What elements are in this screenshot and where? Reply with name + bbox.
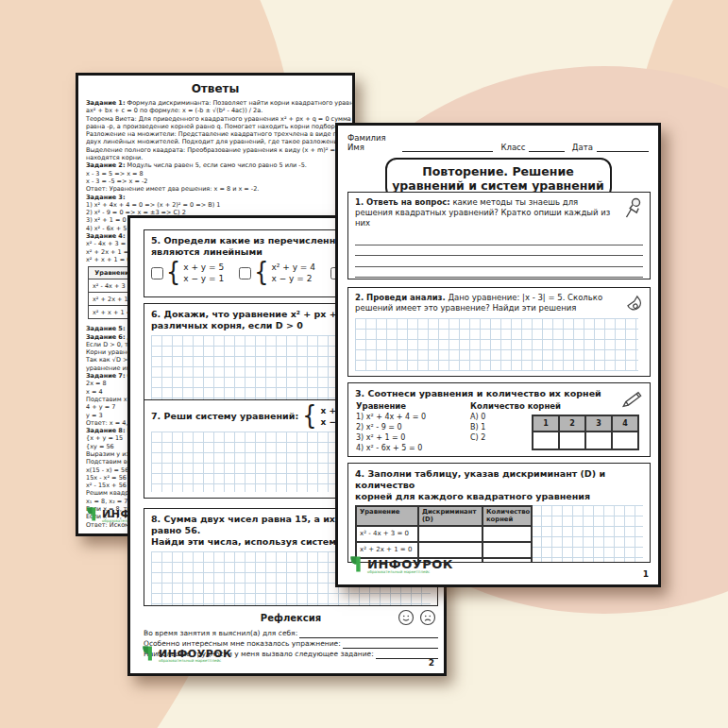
infourok-logo-icon — [142, 645, 156, 666]
whistle-icon — [624, 292, 645, 318]
task4-box: 4. Заполни таблицу, указав дискриминант … — [347, 463, 651, 563]
answer-line: равна -p, а произведение корней равно q.… — [86, 123, 345, 130]
equation-1: x² + y = 4 — [271, 262, 315, 273]
date-field[interactable] — [597, 142, 649, 152]
col-header-discriminant: Дискриминант (D) — [418, 506, 483, 526]
name-label: Фамилия Имя — [347, 133, 398, 152]
task4-work-grid[interactable] — [531, 505, 643, 563]
roots-input-cell[interactable] — [483, 542, 532, 558]
task2-answer-grid[interactable] — [355, 318, 638, 371]
answer-line: Теорема Виета: Для приведенного квадратн… — [86, 115, 345, 123]
task3-equation: 2) x² - 9 = 0 — [356, 422, 426, 432]
checkbox[interactable] — [239, 267, 251, 279]
task3-answer-table: 1234 — [532, 415, 639, 450]
answer-line: x - 3 = 5 => x = 8 — [86, 170, 345, 178]
answer-line: Ответ: Уравнение имеет два решения: x = … — [86, 185, 345, 193]
answer-line: находятся корни. — [86, 154, 345, 161]
task3-box: 3. Соотнеси уравнения и количество их ко… — [347, 382, 651, 457]
answer-input-cell[interactable] — [612, 432, 638, 449]
task1-answer-lines[interactable] — [355, 234, 643, 279]
task3-title: 3. Соотнеси уравнения и количество их ко… — [355, 388, 643, 399]
infourok-logo-icon — [86, 506, 99, 526]
task4-table: Уравнение Дискриминант (D) Количество ко… — [355, 505, 533, 563]
task3-equations-column: Уравнение 1) x² + 4x + 4 = 02) x² - 9 = … — [356, 401, 426, 453]
class-label: Класс — [500, 143, 525, 152]
name-field[interactable] — [402, 142, 493, 152]
infourok-logo: ИНФОУРОК образовательный маркетплейс — [349, 555, 453, 577]
class-field[interactable] — [529, 142, 564, 152]
task7-title: 7. Реши систему уравнений: — [151, 411, 298, 422]
system-option: { x + y = 5x − y = 1 — [151, 262, 224, 284]
equation-2: x − y = 2 — [271, 273, 315, 284]
answer-line: x - 3 = -5 => x = -2 — [86, 178, 345, 185]
table-row: x² - 4x + 3 = 0 — [356, 526, 532, 542]
sad-face-icon[interactable] — [419, 609, 436, 630]
answer-line: Задание 3: — [86, 194, 345, 201]
answer-line: двух линейных множителей. Подходит для у… — [86, 138, 345, 145]
task1-title: 1. Ответь на вопрос: — [355, 197, 450, 207]
date-label: Дата — [572, 143, 593, 152]
reflection-title: Рефлексия — [144, 613, 438, 623]
task4-title: 4. Заполни таблицу, указав дискриминант … — [355, 468, 643, 491]
answer-header-cell: 2 — [559, 415, 585, 432]
student-header: Фамилия Имя Класс Дата — [347, 133, 649, 152]
brace: { — [254, 260, 268, 286]
write-line[interactable] — [299, 629, 438, 638]
equation-2: x − y = 1 — [183, 273, 224, 284]
infourok-logo: ИНФОУРОК образовательный маркетплейс — [142, 645, 232, 666]
task3-equation: 4) x² - 6x + 5 = 0 — [356, 443, 426, 453]
answer-header-cell: 4 — [612, 415, 638, 432]
roots-input-cell[interactable] — [483, 526, 532, 542]
reflection-line: Во время занятия я выяснил(а) для себя: — [144, 628, 438, 638]
task4-title-line2: корней для каждого квадратного уравнения — [355, 491, 643, 502]
write-line[interactable] — [343, 639, 438, 649]
system-option: { x² + y = 4x − y = 2 — [239, 262, 315, 284]
task2-box: 2. Проведи анализ. Дано уравнение: |x - … — [347, 287, 651, 377]
answer-header-cell: 1 — [533, 415, 559, 432]
page-number: 1 — [643, 569, 649, 579]
brace: { — [302, 403, 316, 430]
answer-header-cell: 3 — [585, 415, 612, 432]
infourok-logo-icon — [349, 555, 364, 577]
roots-input-cell[interactable] — [483, 558, 532, 563]
worksheet-page-1: Фамилия Имя Класс Дата Повторение. Решен… — [335, 123, 661, 587]
answer-line: Выделение полного квадрата: Преобразован… — [86, 146, 345, 154]
push-pin-icon — [622, 196, 645, 225]
equation-cell: x² - 4x + 3 = 0 — [356, 526, 418, 542]
page-number: 2 — [429, 658, 434, 668]
answer-line: ax² + bx + c = 0 по формуле: x = (-b ± √… — [86, 107, 345, 114]
task1-box: 1. Ответь на вопрос: какие методы ты зна… — [347, 192, 651, 279]
answer-input-cell[interactable] — [559, 432, 585, 449]
discriminant-input-cell[interactable] — [418, 526, 483, 542]
answer-line: Задание 1: Формула дискриминанта: Позвол… — [86, 99, 345, 107]
col-header-roots: Количество корней — [483, 506, 532, 526]
answer-line: 1) x² + 4x + 4 = 0 => (x + 2)² = 0 => B)… — [86, 201, 345, 209]
happy-face-icon[interactable] — [398, 609, 415, 630]
equation-1: x + y = 5 — [183, 262, 224, 273]
checkbox[interactable] — [151, 267, 163, 279]
brace: { — [166, 260, 180, 286]
answer-line: Задание 2: Модуль числа равен 5, если са… — [86, 161, 345, 169]
task3-equation: 1) x² + 4x + 4 = 0 — [356, 412, 426, 422]
col-header-equation: Уравнение — [356, 506, 418, 526]
answers-title: Ответы — [86, 82, 345, 95]
answer-input-cell[interactable] — [533, 432, 559, 449]
answer-input-cell[interactable] — [585, 432, 612, 449]
answer-line: Разложение на множители: Представление к… — [86, 130, 345, 138]
task2-title: 2. Проведи анализ. — [355, 293, 446, 302]
task3-equation: 3) x² + 1 = 0 — [356, 432, 426, 443]
